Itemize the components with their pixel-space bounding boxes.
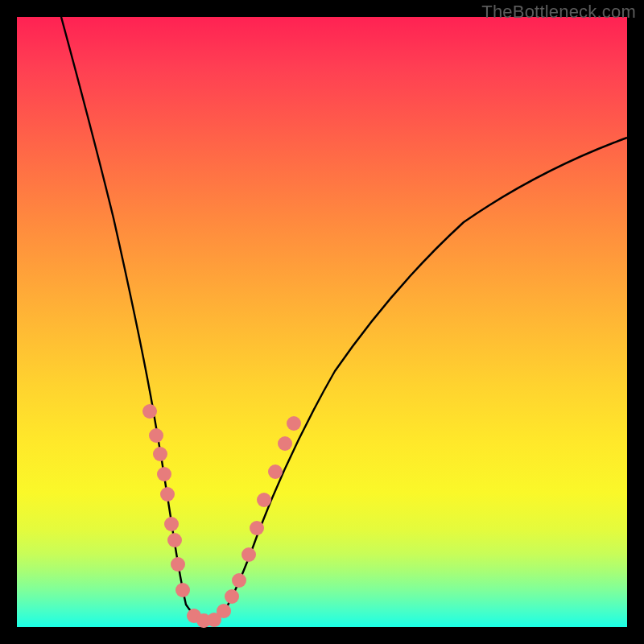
data-dot: [164, 517, 179, 531]
data-dot: [175, 583, 190, 597]
data-dot: [268, 464, 283, 479]
right-curve-line: [205, 138, 627, 619]
data-dot: [217, 604, 231, 618]
data-dot: [232, 573, 246, 588]
chart-plot-area: [17, 17, 627, 627]
data-dot: [171, 557, 185, 572]
data-dot: [242, 547, 256, 562]
data-dot: [225, 589, 239, 604]
data-dot: [257, 493, 271, 507]
data-dot: [157, 467, 171, 481]
chart-svg: [17, 17, 627, 627]
data-dot: [287, 416, 301, 431]
data-dot: [250, 521, 264, 535]
left-curve-line: [61, 17, 205, 619]
data-dot: [167, 533, 182, 547]
data-dot: [160, 487, 175, 502]
data-dot: [278, 436, 292, 451]
data-dot: [153, 447, 167, 461]
data-dot: [142, 404, 157, 419]
data-dot: [149, 428, 163, 443]
watermark-text: TheBottleneck.com: [481, 2, 636, 23]
